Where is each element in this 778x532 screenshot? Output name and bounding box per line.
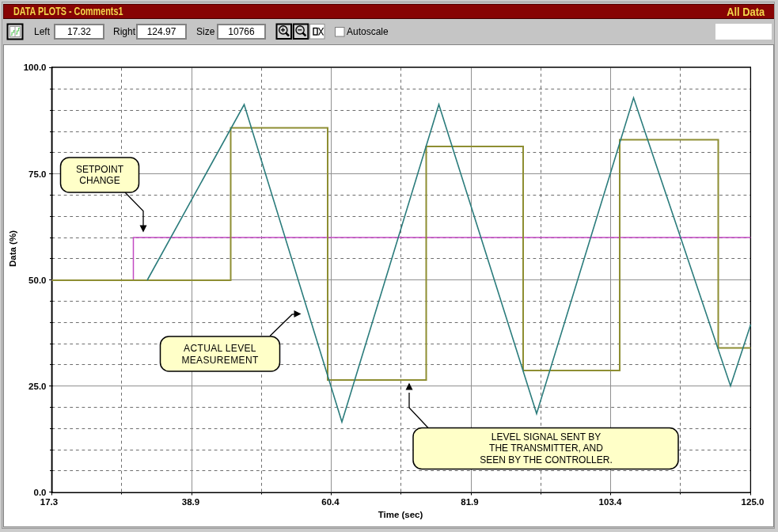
svg-text:25.0: 25.0 [28,382,46,391]
svg-text:CHANGE: CHANGE [79,175,120,186]
svg-text:Data (%): Data (%) [8,230,17,267]
svg-text:MEASUREMENT: MEASUREMENT [181,355,259,366]
svg-text:Time (sec): Time (sec) [378,510,423,519]
svg-text:LEVEL SIGNAL SENT BY: LEVEL SIGNAL SENT BY [491,431,601,443]
svg-text:0.0: 0.0 [34,488,47,497]
svg-text:THE TRANSMITTER, AND: THE TRANSMITTER, AND [489,443,603,454]
svg-text:ACTUAL LEVEL: ACTUAL LEVEL [184,343,256,354]
svg-text:60.4: 60.4 [321,497,340,507]
svg-text:125.0: 125.0 [742,497,765,507]
svg-text:SETPOINT: SETPOINT [76,164,124,175]
svg-text:50.0: 50.0 [28,276,46,285]
svg-text:17.3: 17.3 [40,497,58,507]
svg-text:38.9: 38.9 [182,497,199,507]
svg-text:75.0: 75.0 [28,169,46,179]
svg-text:81.9: 81.9 [461,497,478,507]
svg-text:100.0: 100.0 [24,63,47,72]
svg-text:103.4: 103.4 [599,497,622,507]
svg-text:SEEN BY THE CONTROLLER.: SEEN BY THE CONTROLLER. [480,454,613,466]
